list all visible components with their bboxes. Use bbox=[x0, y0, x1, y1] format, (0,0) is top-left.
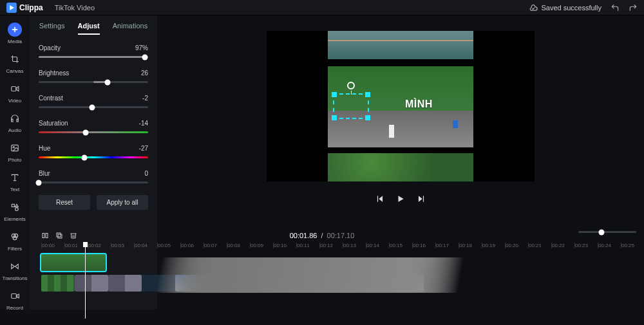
ruler-tick: 00:21 bbox=[528, 243, 551, 248]
ruler-tick: 00:09 bbox=[250, 243, 273, 248]
tab-animations[interactable]: Animations bbox=[113, 22, 147, 35]
video-icon bbox=[8, 82, 22, 96]
ruler-tick: 00:22 bbox=[551, 243, 574, 248]
resize-handle-br[interactable] bbox=[365, 115, 370, 120]
split-icon[interactable] bbox=[41, 232, 49, 239]
rail-media[interactable]: Media bbox=[2, 19, 28, 48]
resize-handle-bl[interactable] bbox=[332, 115, 337, 120]
ruler-tick: 00:25 bbox=[621, 243, 639, 248]
ruler-tick: 00:15 bbox=[389, 243, 412, 248]
time-sep: / bbox=[321, 232, 323, 239]
prev-frame-icon[interactable] bbox=[375, 194, 384, 203]
svg-marker-24 bbox=[419, 196, 422, 201]
cloud-check-icon bbox=[529, 3, 538, 12]
slider-saturation[interactable]: Saturation-14 bbox=[39, 120, 148, 133]
svg-rect-27 bbox=[46, 234, 48, 238]
headphones-icon bbox=[8, 111, 22, 125]
ruler-tick: 00:00 bbox=[41, 243, 64, 248]
rail-video[interactable]: Video bbox=[2, 79, 28, 107]
timeline-clip[interactable] bbox=[242, 275, 276, 292]
project-title[interactable]: TikTok Video bbox=[55, 4, 95, 12]
undo-icon[interactable] bbox=[611, 3, 620, 12]
trash-icon[interactable] bbox=[70, 232, 77, 239]
ruler-tick: 00:11 bbox=[296, 243, 319, 248]
next-frame-icon[interactable] bbox=[417, 194, 426, 203]
svg-rect-29 bbox=[57, 233, 61, 237]
resize-handle-tr[interactable] bbox=[365, 92, 370, 97]
ruler-tick: 00:19 bbox=[482, 243, 505, 248]
rail-text[interactable]: Text bbox=[2, 167, 28, 196]
duplicate-icon[interactable] bbox=[55, 232, 63, 239]
ruler-tick: 00:23 bbox=[574, 243, 598, 248]
svg-marker-23 bbox=[399, 196, 404, 201]
ruler-tick: 00:12 bbox=[319, 243, 343, 248]
ruler-tick: 00:18 bbox=[459, 243, 482, 248]
svg-rect-26 bbox=[43, 234, 44, 238]
overlay-text[interactable]: MÌNH bbox=[405, 98, 433, 110]
slider-contrast[interactable]: Contrast-2 bbox=[39, 95, 148, 108]
preview-slice-main: MÌNH bbox=[328, 66, 473, 147]
slider-blur[interactable]: Blur0 bbox=[39, 170, 148, 183]
slider-brightness[interactable]: Brightness26 bbox=[39, 70, 148, 83]
ruler-tick: 00:16 bbox=[412, 243, 435, 248]
apply-all-button[interactable]: Apply to all bbox=[97, 195, 148, 210]
total-time: 00:17.10 bbox=[327, 232, 355, 239]
resize-handle-tl[interactable] bbox=[332, 92, 337, 97]
timeline-tracks[interactable] bbox=[41, 254, 639, 293]
crop-icon bbox=[8, 52, 22, 66]
rail-photo[interactable]: Photo bbox=[2, 138, 28, 166]
current-time: 00:01.86 bbox=[290, 232, 317, 239]
ruler-tick: 00:14 bbox=[366, 243, 389, 248]
panel-tabs: Settings Adjust Animations bbox=[39, 22, 148, 35]
app-name: Clippa bbox=[19, 3, 43, 12]
ruler-tick: 00:06 bbox=[180, 243, 204, 248]
transport-controls bbox=[375, 194, 426, 203]
play-icon[interactable] bbox=[396, 194, 405, 203]
svg-rect-25 bbox=[423, 196, 424, 201]
svg-marker-13 bbox=[15, 204, 19, 207]
ruler-tick: 00:08 bbox=[227, 243, 250, 248]
svg-marker-21 bbox=[379, 196, 383, 201]
svg-rect-3 bbox=[12, 87, 16, 91]
svg-rect-11 bbox=[12, 204, 14, 207]
ruler-tick: 00:17 bbox=[435, 243, 459, 248]
rail-elements[interactable]: Elements bbox=[2, 197, 28, 225]
app-logo[interactable]: Clippa bbox=[6, 3, 43, 13]
ruler-tick: 00:24 bbox=[598, 243, 621, 248]
timeline-toolbar: 00:01.86 / 00:17.10 bbox=[0, 228, 644, 243]
timeline-zoom-slider[interactable] bbox=[578, 231, 636, 233]
ruler-tick: 00:05 bbox=[157, 243, 180, 248]
svg-rect-22 bbox=[377, 196, 378, 201]
slider-opacity[interactable]: Opacity97% bbox=[39, 44, 148, 58]
reset-button[interactable]: Reset bbox=[39, 195, 90, 210]
timeline-track[interactable] bbox=[41, 275, 639, 293]
redo-icon[interactable] bbox=[629, 3, 638, 12]
selection-box[interactable] bbox=[333, 93, 369, 119]
rotate-handle-icon[interactable] bbox=[347, 82, 355, 89]
ruler-tick: 00:07 bbox=[204, 243, 227, 248]
preview-slice-top bbox=[328, 31, 473, 59]
plus-icon bbox=[8, 23, 22, 37]
ruler-tick: 00:13 bbox=[343, 243, 366, 248]
rail-canvas[interactable]: Canvas bbox=[2, 49, 28, 77]
tab-adjust[interactable]: Adjust bbox=[78, 22, 100, 35]
save-status: Saved successfully bbox=[529, 3, 601, 12]
svg-marker-0 bbox=[10, 5, 14, 10]
preview-slice-bottom bbox=[328, 153, 473, 181]
ruler-tick: 00:10 bbox=[273, 243, 296, 248]
shapes-icon bbox=[8, 200, 22, 214]
timeline-ruler[interactable]: 00:0000:0100:0200:0300:0400:0500:0600:07… bbox=[41, 243, 639, 254]
svg-rect-6 bbox=[17, 119, 18, 122]
tab-settings[interactable]: Settings bbox=[39, 22, 65, 35]
ruler-tick: 00:02 bbox=[88, 243, 111, 248]
svg-rect-28 bbox=[58, 234, 62, 238]
svg-rect-5 bbox=[12, 119, 13, 122]
preview-canvas[interactable]: MÌNH bbox=[267, 31, 535, 181]
save-status-label: Saved successfully bbox=[541, 4, 601, 12]
text-icon bbox=[8, 171, 22, 185]
topbar: Clippa TikTok Video Saved successfully bbox=[0, 0, 644, 15]
slider-hue[interactable]: Hue-27 bbox=[39, 145, 148, 158]
ruler-tick: 00:20 bbox=[505, 243, 528, 248]
rail-audio[interactable]: Audio bbox=[2, 108, 28, 136]
svg-point-8 bbox=[13, 147, 14, 148]
